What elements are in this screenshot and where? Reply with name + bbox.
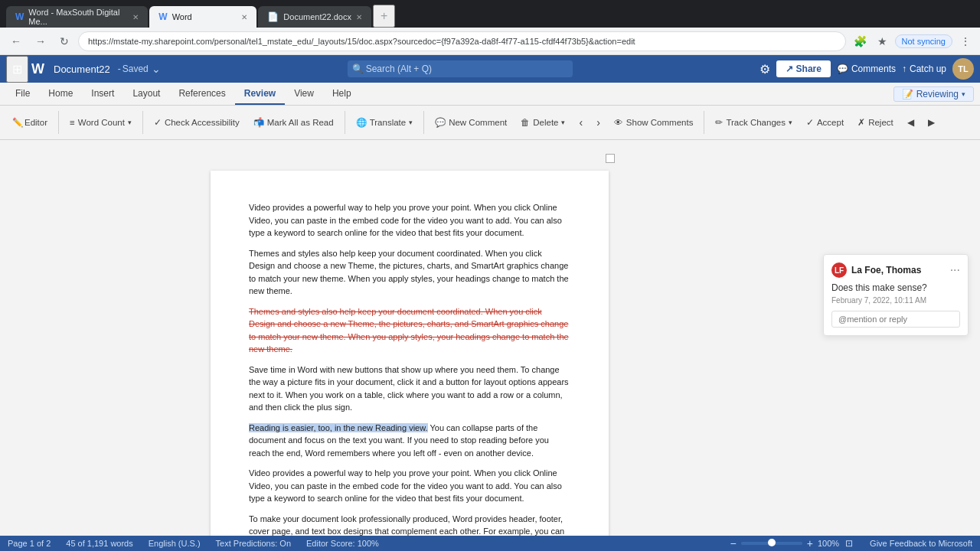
tab-help[interactable]: Help — [323, 83, 361, 105]
sep4 — [423, 111, 424, 134]
search-area: 🔍 — [161, 60, 760, 77]
browser-tab-2[interactable]: W Word ✕ — [149, 6, 256, 28]
highlighted-text: Reading is easier, too, in the new Readi… — [249, 423, 428, 432]
catch-up-button[interactable]: ↑ Catch up — [902, 64, 946, 74]
comment-reply-input[interactable] — [831, 311, 960, 328]
new-tab-button[interactable]: + — [373, 5, 395, 28]
translate-arrow[interactable]: ▾ — [409, 119, 413, 126]
feedback-link[interactable]: Give Feedback to Microsoft — [870, 539, 972, 548]
mark-all-read-command[interactable]: 📬 Mark All as Read — [247, 114, 340, 131]
search-icon: 🔍 — [352, 64, 364, 74]
reviewing-mode-button[interactable]: 📝 Reviewing ▾ — [893, 86, 974, 102]
prev-comment-button[interactable]: ‹ — [573, 113, 589, 132]
tab3-label: Document22.docx — [283, 12, 351, 21]
forward-button[interactable]: → — [31, 32, 51, 51]
delete-arrow[interactable]: ▾ — [561, 119, 565, 126]
tab-references[interactable]: References — [169, 83, 234, 105]
zoom-out-button[interactable]: − — [730, 537, 737, 549]
share-button[interactable]: ↗ Share — [776, 60, 831, 77]
back-button[interactable]: ← — [6, 32, 26, 51]
show-comments-command[interactable]: 👁 Show Comments — [608, 115, 700, 130]
language-status[interactable]: English (U.S.) — [149, 539, 201, 548]
comment-more-icon[interactable]: ··· — [950, 264, 960, 276]
reviewing-arrow: ▾ — [962, 90, 965, 98]
delete-command[interactable]: 🗑 Delete ▾ — [514, 115, 571, 130]
menu-button[interactable]: ⋮ — [957, 34, 974, 49]
fit-button[interactable]: ⊡ — [844, 538, 854, 549]
next-change-button[interactable]: ▶ — [922, 114, 941, 131]
zoom-in-button[interactable]: + — [807, 537, 813, 549]
zoom-controls: − + 100% ⊡ — [730, 537, 855, 549]
extensions-button[interactable]: 🧩 — [851, 34, 870, 49]
new-comment-command[interactable]: 💬 New Comment — [429, 114, 513, 131]
waffle-menu[interactable]: ⊞ — [6, 56, 28, 83]
zoom-level[interactable]: 100% — [818, 539, 839, 548]
dash-separator: - — [116, 64, 122, 74]
browser-tab-3[interactable]: 📄 Document22.docx ✕ — [258, 6, 371, 28]
settings-icon[interactable]: ⚙ — [760, 62, 770, 77]
profile-button[interactable]: Not syncing — [895, 34, 952, 48]
address-text: https://mstate-my.sharepoint.com/persona… — [88, 37, 635, 46]
saved-label: Saved — [122, 64, 149, 74]
tab3-close[interactable]: ✕ — [356, 13, 362, 21]
word-count-command[interactable]: ≡ Word Count ▾ — [64, 115, 138, 130]
address-bar[interactable]: https://mstate-my.sharepoint.com/persona… — [78, 31, 846, 51]
reject-command[interactable]: ✗ Reject — [851, 114, 900, 131]
chevron-down-icon[interactable]: ⌄ — [152, 63, 161, 75]
accept-command[interactable]: ✓ Accept — [800, 114, 850, 131]
next-change-icon: ▶ — [928, 117, 935, 128]
check-accessibility-command[interactable]: ✓ Check Accessibility — [148, 114, 246, 131]
word-count-status[interactable]: 45 of 1,191 words — [66, 539, 132, 548]
mark-all-icon: 📬 — [253, 117, 264, 128]
share-label: Share — [796, 64, 822, 74]
avatar[interactable]: TL — [952, 58, 974, 80]
mark-all-label: Mark All as Read — [267, 118, 334, 127]
browser-toolbar-icons: 🧩 ★ Not syncing ⋮ — [851, 34, 974, 49]
prev-change-button[interactable]: ◀ — [901, 114, 920, 131]
new-comment-icon: 💬 — [435, 117, 446, 128]
comments-button[interactable]: 💬 Comments — [837, 64, 896, 74]
track-changes-command[interactable]: ✏ Track Changes ▾ — [709, 114, 799, 131]
comment-sidebar: 💬 LF La Foe, Thomas ··· Does this make — [819, 140, 980, 536]
titlebar-right: ⚙ ↗ Share 💬 Comments ↑ Catch up TL — [760, 58, 974, 80]
paragraph-4: Save time in Word with new buttons that … — [249, 364, 570, 414]
next-comment-button[interactable]: › — [590, 113, 606, 132]
comment-card: LF La Foe, Thomas ··· Does this make sen… — [823, 254, 969, 336]
document-page[interactable]: Video provides a powerful way to help yo… — [211, 171, 609, 536]
comment-date: February 7, 2022, 10:11 AM — [831, 296, 960, 305]
comment-author-row: LF La Foe, Thomas — [831, 262, 921, 278]
tab-view[interactable]: View — [285, 83, 323, 105]
tab-home[interactable]: Home — [39, 83, 82, 105]
editor-command[interactable]: ✏️ Editor — [6, 114, 54, 131]
tab-review[interactable]: Review — [235, 83, 285, 105]
tab-file[interactable]: File — [6, 83, 39, 105]
sep3 — [345, 111, 345, 134]
tab1-close[interactable]: ✕ — [132, 13, 139, 21]
accessibility-label: Check Accessibility — [165, 118, 240, 127]
tab-layout[interactable]: Layout — [123, 83, 169, 105]
bookmark-button[interactable]: ★ — [874, 34, 890, 49]
tab2-close[interactable]: ✕ — [241, 13, 247, 21]
tab1-favicon: W — [15, 11, 24, 22]
editor-score-status[interactable]: Editor Score: 100% — [306, 539, 379, 548]
word-count-icon: ≡ — [70, 118, 75, 127]
text-predictions-status[interactable]: Text Predictions: On — [216, 539, 291, 548]
paragraph-5: Reading is easier, too, in the new Readi… — [249, 422, 570, 460]
word-count-arrow[interactable]: ▾ — [128, 119, 132, 126]
tab2-favicon: W — [158, 11, 167, 22]
track-changes-arrow[interactable]: ▾ — [789, 119, 792, 126]
show-comments-label: Show Comments — [626, 118, 694, 127]
paragraph-2: Themes and styles also help keep your do… — [249, 247, 570, 298]
document-scroll-area[interactable]: Video provides a powerful way to help yo… — [0, 140, 819, 536]
search-input[interactable] — [348, 60, 573, 77]
reload-button[interactable]: ↻ — [55, 32, 74, 51]
reject-icon: ✗ — [858, 117, 865, 128]
browser-tab-1[interactable]: W Word - MaxSouth Digital Me... ✕ — [6, 6, 148, 28]
translate-command[interactable]: 🌐 Translate ▾ — [350, 114, 420, 131]
word-titlebar: ⊞ W Document22 - Saved ⌄ 🔍 ⚙ ↗ Share 💬 C… — [0, 55, 980, 83]
track-changes-label: Track Changes — [726, 118, 786, 127]
comment-panel: LF La Foe, Thomas ··· Does this make sen… — [823, 254, 980, 336]
tab-insert[interactable]: Insert — [82, 83, 123, 105]
page-info[interactable]: Page 1 of 2 — [8, 539, 51, 548]
zoom-slider[interactable] — [741, 542, 802, 545]
